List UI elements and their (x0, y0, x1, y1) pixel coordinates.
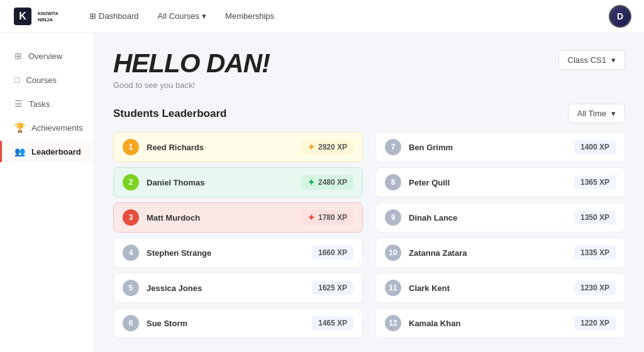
tasks-icon: ☰ (14, 99, 23, 109)
sidebar-item-achievements[interactable]: 🏆 Achievements (0, 117, 94, 138)
leaderboard-right-column: 7 Ben Grimm 1400 XP 8 Peter Quill 1365 X… (375, 132, 625, 343)
table-row: 5 Jessica Jones 1625 XP (113, 273, 363, 303)
rank-number: 4 (129, 248, 133, 257)
player-name: Stephen Strange (147, 248, 312, 258)
avatar-initials: D (617, 11, 623, 21)
table-row: 7 Ben Grimm 1400 XP (375, 132, 625, 162)
hello-subtitle: Good to see you back! (113, 80, 270, 90)
xp-value: 1625 XP (318, 283, 347, 292)
player-name: Peter Quill (409, 178, 574, 187)
xp-badge: 1400 XP (574, 140, 616, 154)
xp-badge: 1220 XP (574, 316, 616, 330)
player-name: Zatanna Zatara (409, 248, 574, 258)
rank-number: 10 (389, 248, 397, 257)
sidebar: ⊞ Overview □ Courses ☰ Tasks 🏆 Achieveme… (0, 33, 94, 352)
user-avatar[interactable]: D (609, 5, 631, 28)
rank-badge-9: 9 (385, 209, 401, 226)
xp-badge: ✦ 2480 XP (301, 175, 353, 190)
leaderboard-title: Students Leaderboard (113, 107, 226, 120)
top-navigation: K KNOWITALL NINJA ⊞ Dashboard All Course… (0, 0, 644, 33)
sidebar-label-overview: Overview (28, 52, 62, 61)
dashboard-grid-icon: ⊞ (89, 11, 96, 21)
table-row: 10 Zatanna Zatara 1335 XP (375, 238, 625, 268)
xp-value: 1350 XP (580, 213, 609, 222)
class-dropdown[interactable]: Class CS1 ▾ (558, 50, 625, 70)
sidebar-item-courses[interactable]: □ Courses (0, 69, 94, 91)
rank-badge-8: 8 (385, 174, 401, 190)
player-name: Dinah Lance (409, 213, 574, 223)
leaderboard-section: Students Leaderboard All Time ▾ 1 Reed R… (113, 104, 625, 343)
xp-value: 1780 XP (318, 213, 347, 222)
xp-badge: ✦ 1780 XP (301, 210, 353, 225)
xp-value: 2480 XP (318, 178, 347, 187)
time-filter-label: All Time (577, 109, 606, 118)
rank-badge-11: 11 (385, 280, 401, 296)
achievements-icon: 🏆 (14, 123, 25, 133)
table-row: 9 Dinah Lance 1350 XP (375, 202, 625, 233)
table-row: 8 Peter Quill 1365 XP (375, 167, 625, 197)
chevron-down-icon: ▾ (202, 11, 206, 21)
nav-memberships[interactable]: Memberships (225, 11, 274, 21)
xp-badge: 1660 XP (312, 246, 353, 260)
svg-text:K: K (19, 11, 26, 21)
time-filter-dropdown[interactable]: All Time ▾ (568, 104, 625, 123)
xp-badge: 1335 XP (574, 246, 616, 260)
rank-number: 7 (391, 143, 396, 151)
rank-number: 1 (129, 143, 133, 151)
xp-badge: 1365 XP (574, 175, 616, 189)
star-icon: ✦ (308, 142, 315, 152)
sidebar-item-overview[interactable]: ⊞ Overview (0, 45, 94, 67)
sidebar-item-tasks[interactable]: ☰ Tasks (0, 93, 94, 114)
nav-all-courses[interactable]: All Courses ▾ (158, 11, 206, 21)
class-chevron-icon: ▾ (611, 55, 616, 65)
logo[interactable]: K KNOWITALL NINJA (13, 5, 58, 28)
sidebar-label-achievements: Achievements (31, 123, 83, 133)
time-filter-chevron-icon: ▾ (611, 109, 616, 118)
player-name: Matt Murdoch (147, 213, 301, 223)
rank-number: 3 (129, 213, 133, 222)
sidebar-label-courses: Courses (26, 75, 56, 85)
overview-icon: ⊞ (14, 51, 22, 61)
rank-number: 9 (391, 213, 396, 222)
rank-badge-12: 12 (385, 315, 401, 331)
svg-text:KNOWITALL: KNOWITALL (38, 11, 58, 16)
player-name: Ben Grimm (409, 143, 574, 152)
xp-value: 1400 XP (580, 143, 609, 151)
rank-number: 12 (389, 319, 397, 327)
rank-badge-7: 7 (385, 139, 401, 155)
star-icon: ✦ (308, 212, 315, 223)
leaderboard-left-column: 1 Reed Richards ✦ 2820 XP 2 Daniel Thoma… (113, 132, 363, 343)
xp-value: 1465 XP (318, 319, 347, 327)
page-header: HELLO DAN! Good to see you back! Class C… (113, 50, 625, 104)
rank-badge-1: 1 (123, 139, 139, 155)
memberships-label: Memberships (225, 11, 274, 21)
leaderboard-icon: 👥 (14, 146, 25, 157)
courses-icon: □ (14, 75, 19, 85)
table-row: 11 Clark Kent 1230 XP (375, 273, 625, 303)
rank-number: 8 (391, 178, 396, 187)
xp-value: 1220 XP (580, 319, 609, 327)
sidebar-label-tasks: Tasks (29, 99, 50, 109)
table-row: 1 Reed Richards ✦ 2820 XP (113, 132, 363, 162)
xp-value: 1660 XP (318, 248, 347, 257)
rank-badge-5: 5 (123, 280, 139, 296)
rank-badge-2: 2 (123, 174, 139, 190)
leaderboard-grid: 1 Reed Richards ✦ 2820 XP 2 Daniel Thoma… (113, 132, 625, 343)
hello-section: HELLO DAN! Good to see you back! (113, 50, 270, 104)
table-row: 4 Stephen Strange 1660 XP (113, 238, 363, 268)
sidebar-item-leaderboard[interactable]: 👥 Leaderboard (0, 141, 94, 162)
rank-number: 11 (389, 283, 397, 292)
rank-number: 5 (129, 283, 133, 292)
rank-badge-10: 10 (385, 245, 401, 261)
player-name: Jessica Jones (147, 283, 312, 293)
xp-badge: ✦ 2820 XP (301, 140, 353, 155)
all-courses-label: All Courses (158, 11, 199, 21)
nav-dashboard[interactable]: ⊞ Dashboard (89, 11, 139, 21)
player-name: Kamala Khan (409, 319, 574, 328)
xp-value: 2820 XP (318, 143, 347, 151)
svg-text:NINJA: NINJA (38, 17, 53, 23)
xp-badge: 1625 XP (312, 281, 353, 295)
player-name: Clark Kent (409, 283, 574, 293)
class-dropdown-label: Class CS1 (568, 55, 606, 65)
player-name: Daniel Thomas (147, 178, 301, 187)
